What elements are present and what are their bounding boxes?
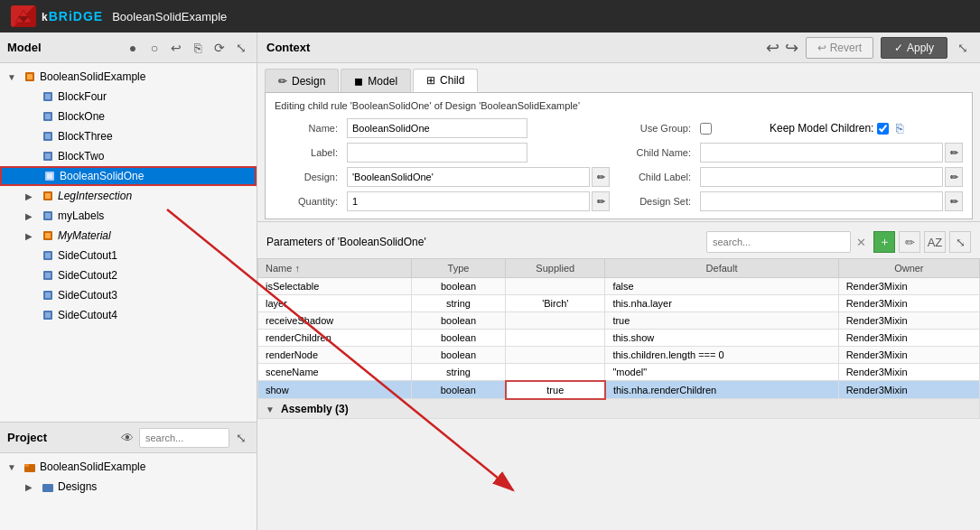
sort-az-button[interactable]: AZ xyxy=(924,231,946,253)
model-circle-icon[interactable]: ○ xyxy=(146,40,163,56)
tree-item-booleansolidone[interactable]: ▶ BooleanSolidOne xyxy=(0,166,257,186)
project-section: Project 👁 ⤡ ▼ BooleanSolidExample xyxy=(0,422,257,530)
svg-rect-29 xyxy=(24,464,29,467)
design-set-label: Design Set: xyxy=(619,196,691,207)
cube-icon xyxy=(42,90,54,103)
table-row-selected[interactable]: show boolean true this.nha.renderChildre… xyxy=(258,381,980,399)
tab-model[interactable]: ◼ Model xyxy=(341,69,411,92)
project-search-input[interactable] xyxy=(139,428,229,448)
label-field-label: Label: xyxy=(275,147,338,158)
table-row[interactable]: layer string 'Birch' this.nha.layer Rend… xyxy=(258,295,980,312)
tree-item-mylabels[interactable]: ▶ myLabels xyxy=(0,206,257,226)
context-expand-icon[interactable]: ⤡ xyxy=(955,40,971,56)
table-row[interactable]: isSelectable boolean false Render3Mixin xyxy=(258,278,980,295)
svg-rect-21 xyxy=(45,253,51,258)
table-row[interactable]: renderNode boolean this.children.length … xyxy=(258,347,980,364)
param-supplied xyxy=(506,364,605,381)
tree-item-mymaterial[interactable]: ▶ MyMaterial xyxy=(0,226,257,246)
table-row[interactable]: sceneName string "model" Render3Mixin xyxy=(258,364,980,381)
cube-icon xyxy=(43,170,56,182)
tree-item-sidecutout3[interactable]: ▶ SideCutout3 xyxy=(0,285,257,305)
apply-button[interactable]: ✓ Apply xyxy=(881,37,947,59)
params-header: Parameters of 'BooleanSolidOne' ✕ ＋ ✏ AZ… xyxy=(257,226,980,258)
project-tree-item-root[interactable]: ▼ BooleanSolidExample xyxy=(0,457,257,477)
design-set-input[interactable] xyxy=(700,191,943,211)
tree-item-booleansolid-root[interactable]: ▼ BooleanSolidExample xyxy=(0,67,257,87)
child-name-input[interactable] xyxy=(700,143,943,163)
params-search-and-actions: ✕ ＋ ✏ AZ ⤡ xyxy=(706,231,971,253)
svg-rect-3 xyxy=(27,74,33,79)
use-group-checkbox[interactable] xyxy=(700,123,712,135)
param-name: sceneName xyxy=(258,364,412,381)
svg-rect-15 xyxy=(45,193,51,199)
params-search-input[interactable] xyxy=(706,231,851,253)
model-expand-icon[interactable]: ⤡ xyxy=(233,40,249,56)
param-owner: Render3Mixin xyxy=(838,278,979,295)
param-default: false xyxy=(605,278,838,295)
param-default: this.nha.renderChildren xyxy=(605,381,838,399)
param-name: renderChildren xyxy=(258,330,412,347)
root-icon xyxy=(23,70,36,83)
model-record-icon[interactable]: ● xyxy=(125,40,141,56)
revert-button[interactable]: ↩ Revert xyxy=(806,37,873,59)
col-name: Name ↑ xyxy=(258,259,412,278)
label-input[interactable] xyxy=(347,143,527,163)
project-expand-icon[interactable]: ⤡ xyxy=(233,430,249,446)
expand-params-button[interactable]: ⤡ xyxy=(949,231,971,253)
search-clear-icon[interactable]: ✕ xyxy=(854,236,868,249)
tree-item-legintersection[interactable]: ▶ LegIntersection xyxy=(0,186,257,206)
copy-icon[interactable]: ⎘ xyxy=(896,121,903,135)
cube-icon xyxy=(42,269,54,282)
tree-item-sidecutout2[interactable]: ▶ SideCutout2 xyxy=(0,265,257,285)
expand-icon: ▼ xyxy=(7,72,20,82)
main-layout: Model ● ○ ↩ ⎘ ⟳ ⤡ ▼ BooleanSolidExample … xyxy=(0,33,980,530)
quantity-input[interactable] xyxy=(347,191,590,211)
tree-item-blocktwo[interactable]: ▶ BlockTwo xyxy=(0,146,257,166)
quantity-edit-btn[interactable]: ✏ xyxy=(592,191,610,211)
tree-item-blockthree[interactable]: ▶ BlockThree xyxy=(0,126,257,146)
child-label-edit-btn[interactable]: ✏ xyxy=(945,167,963,187)
svg-rect-17 xyxy=(45,213,51,219)
project-title: Project xyxy=(7,431,47,444)
tree-item-sidecutout4[interactable]: ▶ SideCutout4 xyxy=(0,305,257,325)
params-table: Name ↑ Type Supplied Default Owner isSel… xyxy=(257,258,980,530)
col-supplied: Supplied xyxy=(506,259,605,278)
model-undo-icon[interactable]: ↩ xyxy=(168,40,184,56)
title-bar: kBRiDGE BooleanSolidExample xyxy=(0,0,980,33)
tab-child[interactable]: ⊞ Child xyxy=(413,69,478,92)
table-row[interactable]: renderChildren boolean this.show Render3… xyxy=(258,330,980,347)
svg-rect-11 xyxy=(45,153,51,159)
model-refresh-icon[interactable]: ⟳ xyxy=(211,40,228,56)
cube-icon xyxy=(42,229,54,242)
design-set-input-group: ✏ xyxy=(700,191,963,211)
undo-icon[interactable]: ↩ xyxy=(766,38,779,58)
design-set-edit-btn[interactable]: ✏ xyxy=(945,191,963,211)
redo-icon[interactable]: ↪ xyxy=(785,38,798,58)
child-name-edit-btn[interactable]: ✏ xyxy=(945,143,963,163)
tree-item-sidecutout1[interactable]: ▶ SideCutout1 xyxy=(0,246,257,265)
logo-text: kBRiDGE xyxy=(42,9,103,23)
design-input[interactable] xyxy=(347,167,590,187)
child-label-input-group: ✏ xyxy=(700,167,963,187)
project-folder-icon xyxy=(23,460,36,473)
project-tree-item-designs[interactable]: ▶ Designs xyxy=(0,477,257,497)
design-edit-btn[interactable]: ✏ xyxy=(592,167,610,187)
project-eye-icon[interactable]: 👁 xyxy=(119,430,135,446)
param-name: show xyxy=(258,381,412,399)
model-copy-icon[interactable]: ⎘ xyxy=(190,40,206,56)
design-input-group: ✏ xyxy=(347,167,610,187)
edit-param-button[interactable]: ✏ xyxy=(899,231,920,253)
keep-model-children-checkbox[interactable] xyxy=(877,123,889,135)
design-tab-icon: ✏ xyxy=(278,75,287,88)
svg-rect-19 xyxy=(45,233,51,238)
table-row[interactable]: receiveShadow boolean true Render3Mixin xyxy=(258,312,980,330)
assembly-row[interactable]: ▼ Assembly (3) xyxy=(258,399,980,419)
tab-design[interactable]: ✏ Design xyxy=(265,69,339,92)
add-param-button[interactable]: ＋ xyxy=(873,231,895,253)
name-input[interactable] xyxy=(347,118,527,138)
child-label-input[interactable] xyxy=(700,167,943,187)
tree-item-blockone[interactable]: ▶ BlockOne xyxy=(0,107,257,126)
tree-item-blockfour[interactable]: ▶ BlockFour xyxy=(0,87,257,107)
expand-icon: ▶ xyxy=(25,211,38,221)
svg-rect-5 xyxy=(45,94,51,99)
